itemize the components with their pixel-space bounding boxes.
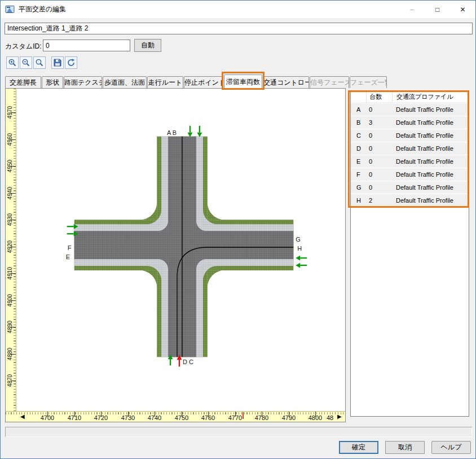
cancel-button[interactable]: 取消: [385, 441, 425, 454]
window-controls: – □ ✕: [399, 1, 475, 18]
profile-cell[interactable]: Default Traffic Profile: [392, 184, 469, 191]
vertical-ruler: 4970 4960 4950 4940 4930 4920 4910 4900 …: [6, 89, 16, 411]
table-row[interactable]: C 0 Default Traffic Profile: [351, 129, 469, 142]
tab-stop-point[interactable]: 停止ポイント: [184, 76, 223, 88]
zoom-window-button[interactable]: [33, 56, 46, 69]
horizontal-ruler: ◀ 4700 4710 4720 4730 4740 4750 4760 477…: [6, 411, 345, 422]
leg-cell: B: [351, 119, 366, 126]
approach-label-top: A B: [167, 129, 177, 136]
ruler-label: 4960: [7, 132, 15, 147]
leg-cell: D: [351, 145, 366, 152]
profile-cell[interactable]: Default Traffic Profile: [392, 106, 469, 113]
ruler-label: 4710: [63, 414, 86, 421]
zoom-in-icon: [8, 58, 17, 67]
tab-traffic-control[interactable]: 交通コントロール: [263, 76, 309, 88]
ruler-label: 4780: [250, 414, 273, 421]
ruler-label: 4920: [7, 239, 15, 255]
custom-id-input[interactable]: [43, 40, 130, 51]
profile-cell[interactable]: Default Traffic Profile: [392, 119, 469, 126]
intersection-svg: A B D C F E G H: [16, 89, 345, 411]
ruler-label: 48: [323, 414, 337, 421]
status-bar: [5, 427, 472, 437]
count-cell[interactable]: 3: [366, 119, 392, 126]
tab-queued-vehicles[interactable]: 滞留車両数: [224, 75, 262, 88]
scroll-left-icon[interactable]: ◀: [20, 413, 25, 419]
zoom-in-button[interactable]: [6, 56, 19, 69]
scroll-right-icon[interactable]: ▶: [337, 413, 342, 419]
count-cell[interactable]: 0: [366, 171, 392, 178]
leg-cell: A: [351, 106, 366, 113]
approach-label-bottom: D C: [183, 359, 193, 365]
intersection-drawing[interactable]: A B D C F E G H: [16, 89, 345, 411]
approach-label-left-lower: E: [66, 253, 70, 260]
ruler-label: 4940: [7, 185, 15, 201]
profile-cell[interactable]: Default Traffic Profile: [392, 171, 469, 178]
count-cell[interactable]: 0: [366, 106, 392, 113]
help-button[interactable]: ヘルプ: [431, 441, 471, 454]
confirm-button[interactable]: 確定: [339, 441, 378, 454]
app-icon: [5, 5, 15, 15]
intersection-name-input[interactable]: [5, 23, 473, 34]
approach-label-right-upper: G: [296, 236, 301, 243]
tab-travel-route[interactable]: 走行ルート: [147, 76, 183, 88]
road-asphalt: [74, 137, 294, 357]
map-canvas[interactable]: 4970 4960 4950 4940 4930 4920 4910 4900 …: [5, 88, 346, 422]
ruler-label: 4870: [7, 373, 15, 388]
window-title: 平面交差の編集: [19, 5, 66, 14]
tab-sidewalk-slope[interactable]: 歩道面、法面: [103, 76, 147, 88]
tab-bar: 交差脚長 形状 路面テクスチャ 歩道面、法面 走行ルート 停止ポイント 滞留車両…: [5, 76, 387, 88]
table-row[interactable]: A 0 Default Traffic Profile: [351, 103, 469, 116]
custom-id-label: カスタムID:: [5, 42, 41, 51]
ruler-label: 4970: [7, 104, 15, 120]
profile-cell[interactable]: Default Traffic Profile: [392, 145, 469, 152]
table-row[interactable]: D 0 Default Traffic Profile: [351, 142, 469, 155]
approach-label-left-upper: F: [68, 244, 72, 251]
zoom-out-icon: [21, 58, 30, 67]
profile-cell[interactable]: Default Traffic Profile: [392, 132, 469, 139]
count-cell[interactable]: 0: [366, 145, 392, 152]
table-row[interactable]: E 0 Default Traffic Profile: [351, 155, 469, 168]
count-cell[interactable]: 0: [366, 132, 392, 139]
tab-shape[interactable]: 形状: [42, 76, 63, 88]
profile-cell[interactable]: Default Traffic Profile: [392, 158, 469, 165]
table-row[interactable]: G 0 Default Traffic Profile: [351, 181, 469, 194]
ruler-label: 4750: [170, 414, 193, 421]
ruler-label: 4900: [7, 292, 15, 308]
edit-intersection-dialog: 平面交差の編集 – □ ✕ カスタムID: 自動: [0, 0, 476, 459]
zoom-out-button[interactable]: [20, 56, 32, 69]
ruler-label: 4950: [7, 158, 15, 174]
close-button[interactable]: ✕: [450, 1, 475, 18]
tab-road-texture[interactable]: 路面テクスチャ: [64, 76, 102, 88]
tab-leg-length[interactable]: 交差脚長: [5, 76, 41, 88]
count-cell[interactable]: 0: [366, 158, 392, 165]
table-row[interactable]: H 2 Default Traffic Profile: [351, 194, 469, 207]
profile-cell[interactable]: Default Traffic Profile: [392, 197, 469, 204]
table-row[interactable]: F 0 Default Traffic Profile: [351, 168, 469, 181]
count-cell[interactable]: 2: [366, 197, 392, 204]
tab-phase-list: フェーズ一覧: [350, 76, 387, 88]
refresh-icon: [67, 58, 76, 67]
save-button[interactable]: [51, 56, 64, 69]
ruler-label: 4930: [7, 212, 15, 228]
refresh-button[interactable]: [65, 56, 77, 69]
minimize-button[interactable]: –: [399, 1, 425, 18]
ruler-label: 4880: [7, 346, 15, 362]
header-profile: 交通流プロファイル: [392, 91, 469, 102]
leg-cell: G: [351, 184, 366, 191]
leg-cell: C: [351, 132, 366, 139]
tab-signal-phase: 信号フェーズ: [310, 76, 349, 88]
queued-vehicles-panel: 台数 交通流プロファイル A 0 Default Traffic Profile…: [350, 91, 469, 417]
table-row[interactable]: B 3 Default Traffic Profile: [351, 116, 469, 129]
leg-cell: E: [351, 158, 366, 165]
leg-cell: F: [351, 171, 366, 178]
toolbar: [6, 56, 77, 69]
maximize-button[interactable]: □: [425, 1, 450, 18]
approach-label-right-lower: H: [297, 245, 302, 252]
auto-button[interactable]: 自動: [134, 39, 161, 52]
ruler-cursor: [243, 412, 244, 419]
count-cell[interactable]: 0: [366, 184, 392, 191]
leg-cell: H: [351, 197, 366, 204]
ruler-label: 4790: [277, 414, 300, 421]
ruler-label: 4760: [197, 414, 219, 421]
header-leg-column: [351, 91, 366, 102]
